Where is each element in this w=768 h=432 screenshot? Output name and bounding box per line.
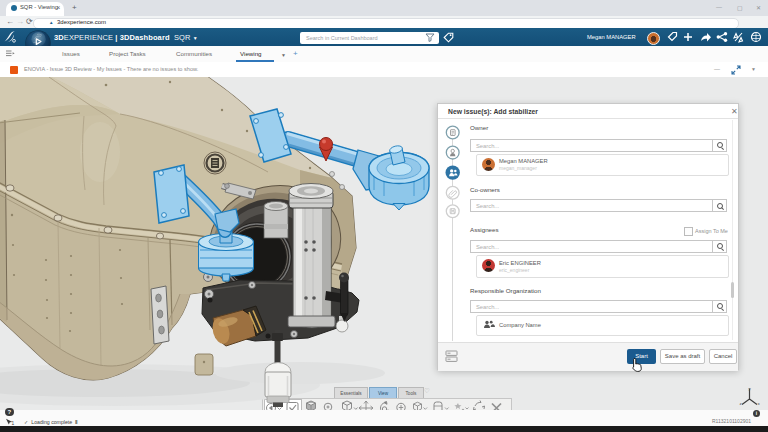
svg-text:z: z [740, 401, 742, 406]
svg-text:y: y [749, 386, 752, 391]
svg-text:1: 1 [12, 421, 15, 426]
svg-text:x: x [758, 401, 761, 406]
